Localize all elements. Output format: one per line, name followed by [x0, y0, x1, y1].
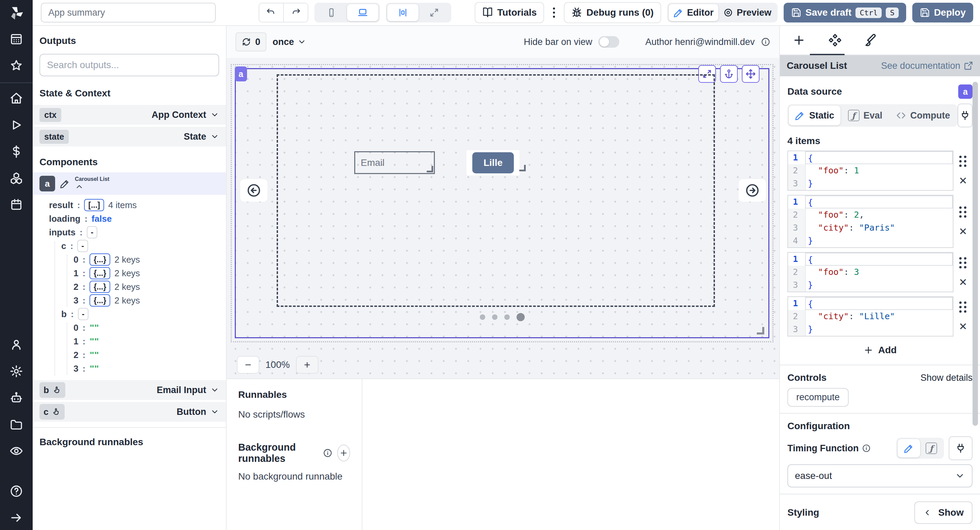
refresh-count-button[interactable]: 0 — [235, 32, 266, 51]
eval-mode-tab[interactable]: ƒ Eval — [842, 105, 889, 125]
expand-badge[interactable]: {...} — [89, 294, 110, 307]
resize-handle[interactable] — [519, 165, 526, 171]
expand-badge[interactable]: {...} — [89, 254, 110, 266]
carousel-item-container[interactable] — [277, 74, 715, 307]
home-icon[interactable] — [9, 91, 24, 106]
json-editor[interactable]: 1{2 "foo": 33} — [788, 252, 953, 292]
info-icon[interactable] — [323, 448, 332, 458]
edit-id-pencil-icon[interactable] — [60, 179, 70, 189]
expand-badge[interactable]: {...} — [89, 267, 110, 279]
frame-resize-handle[interactable] — [757, 327, 764, 334]
search-outputs-input[interactable] — [40, 54, 219, 76]
carousel-dot[interactable] — [492, 314, 498, 320]
drag-handle-icon[interactable] — [959, 257, 967, 268]
debug-runs-button[interactable]: Debug runs (0) — [564, 2, 661, 23]
delete-item-button[interactable]: ✕ — [959, 277, 967, 287]
undo-button[interactable] — [259, 3, 283, 22]
json-editor[interactable]: 1{2 "foo": 13} — [788, 150, 953, 191]
static-mode-tab[interactable]: Static — [789, 105, 840, 125]
audit-eye-icon[interactable] — [9, 444, 24, 458]
help-icon[interactable] — [9, 484, 24, 499]
timing-eval-tab[interactable]: ƒ — [920, 439, 943, 457]
variables-dollar-icon[interactable] — [9, 144, 24, 159]
drag-handle-icon[interactable] — [959, 156, 967, 167]
timing-function-select[interactable]: ease-out — [788, 464, 972, 487]
schedules-calendar-icon[interactable] — [9, 197, 24, 212]
carousel-selection-frame[interactable]: a Lille — [235, 68, 769, 338]
tree-row[interactable]: loading:false — [40, 212, 219, 225]
frequency-dropdown[interactable]: once — [272, 37, 306, 47]
runs-play-icon[interactable] — [9, 118, 24, 132]
tree-row[interactable]: b:- — [40, 307, 219, 321]
folders-icon[interactable] — [9, 417, 24, 432]
delete-item-button[interactable]: ✕ — [959, 176, 967, 186]
delete-item-button[interactable]: ✕ — [959, 322, 967, 332]
compute-mode-tab[interactable]: Compute — [890, 105, 956, 125]
state-row[interactable]: state State — [33, 127, 226, 147]
timing-static-tab[interactable] — [898, 439, 920, 457]
anchor-component-button[interactable] — [720, 65, 738, 83]
carousel-component-row[interactable]: a Carousel List — [33, 172, 226, 195]
see-documentation-link[interactable]: See documentation — [881, 61, 973, 71]
recompute-button[interactable]: recompute — [788, 388, 849, 407]
tutorials-button[interactable]: Tutorials — [475, 2, 544, 23]
redo-button[interactable] — [283, 3, 308, 22]
zoom-out-button[interactable]: − — [237, 356, 259, 374]
component-settings-tab[interactable] — [825, 30, 845, 50]
center-align-button[interactable] — [387, 4, 418, 21]
resources-boxes-icon[interactable] — [9, 171, 24, 186]
tree-row[interactable]: inputs:- — [40, 225, 219, 239]
editor-tab[interactable]: Editor — [669, 4, 718, 21]
carousel-dot[interactable] — [480, 314, 485, 320]
preview-tab[interactable]: Preview — [718, 4, 776, 21]
save-draft-button[interactable]: Save draft Ctrl S — [784, 3, 906, 22]
connect-plug-button[interactable] — [958, 104, 972, 128]
ctx-row[interactable]: ctx App Context — [33, 105, 226, 125]
carousel-prev-button[interactable] — [240, 179, 267, 202]
windmill-logo[interactable] — [0, 0, 33, 26]
deploy-button[interactable]: Deploy — [912, 3, 973, 22]
settings-gear-icon[interactable] — [9, 364, 24, 379]
desktop-view-button[interactable] — [347, 4, 379, 21]
expand-badge[interactable]: [...] — [84, 199, 104, 211]
info-icon[interactable] — [862, 444, 871, 453]
carousel-dot[interactable] — [504, 314, 510, 320]
panel-scrollbar-thumb[interactable] — [972, 82, 978, 426]
styling-show-button[interactable]: Show — [914, 501, 972, 524]
zoom-in-button[interactable]: + — [296, 356, 318, 374]
fullwidth-button[interactable] — [418, 4, 450, 21]
mobile-view-button[interactable] — [316, 4, 347, 21]
resize-handle[interactable] — [427, 166, 433, 172]
info-icon[interactable] — [761, 37, 770, 47]
insert-component-tab[interactable] — [789, 30, 809, 50]
add-background-runnable-button[interactable] — [337, 444, 350, 461]
add-item-button[interactable]: Add — [858, 342, 902, 358]
app-canvas[interactable]: a Lille — [227, 58, 779, 378]
email-input-component[interactable] — [354, 151, 435, 174]
expand-badge[interactable]: - — [87, 226, 98, 238]
drag-handle-icon[interactable] — [959, 206, 967, 218]
move-component-button[interactable] — [742, 65, 759, 83]
users-icon[interactable] — [9, 337, 24, 352]
tree-row[interactable]: c:- — [40, 239, 219, 253]
workers-robot-icon[interactable] — [9, 390, 24, 405]
delete-item-button[interactable]: ✕ — [959, 227, 967, 237]
timing-plug-button[interactable] — [949, 436, 972, 460]
json-editor[interactable]: 1{2 "city": "Lille"3} — [788, 296, 953, 337]
carousel-next-button[interactable] — [739, 179, 766, 202]
json-editor[interactable]: 1{2 "foo": 2,3 "city": "Paris"4} — [788, 195, 953, 248]
email-input-component-row[interactable]: b Email Input — [33, 380, 226, 400]
button-component-row[interactable]: c Button — [33, 402, 226, 422]
expand-badge[interactable]: - — [78, 308, 89, 320]
lille-button[interactable]: Lille — [472, 152, 514, 173]
expand-badge[interactable]: - — [77, 240, 88, 252]
favorites-star-icon[interactable] — [9, 58, 24, 73]
more-menu-button[interactable] — [550, 8, 558, 18]
hide-bar-toggle[interactable] — [598, 36, 619, 48]
expand-badge[interactable]: {...} — [89, 281, 110, 293]
styling-brush-tab[interactable] — [861, 30, 881, 50]
workspace-icon[interactable] — [9, 32, 24, 47]
tree-row[interactable]: result:[...]4 items — [40, 198, 219, 212]
collapse-arrow-icon[interactable] — [9, 510, 24, 525]
carousel-dot[interactable] — [517, 313, 525, 321]
